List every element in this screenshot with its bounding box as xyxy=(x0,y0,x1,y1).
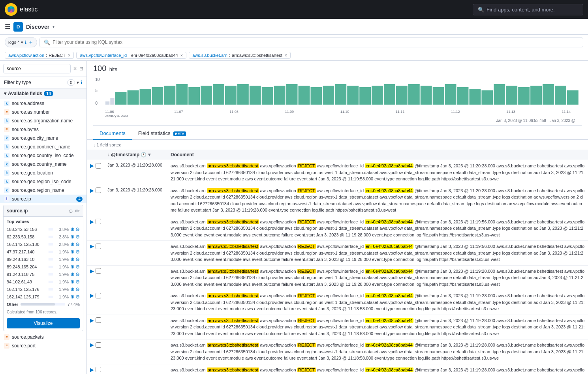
field-item-region-iso[interactable]: k source.geo.region_iso_code xyxy=(0,177,86,186)
exclude-icon[interactable]: ⊖ xyxy=(75,264,80,270)
field-name: source.bytes xyxy=(12,127,83,132)
filter-chip-interface[interactable]: aws.vpcflow.interface_id : eni-0e4f02a08… xyxy=(76,52,186,59)
row-checkbox[interactable] xyxy=(96,188,101,193)
field-item-continent[interactable]: k source.geo.continent_name xyxy=(0,142,86,151)
include-icon[interactable]: ⊕ xyxy=(70,256,75,262)
svg-rect-14 xyxy=(164,86,175,105)
index-pattern-selector[interactable]: logs-* ▾ ℹ ＋ xyxy=(5,37,37,47)
highlight-interface-id: eni-0e4f02a08ca8bab44 xyxy=(365,188,413,193)
include-icon[interactable]: ⊕ xyxy=(70,271,75,277)
expand-row-button[interactable]: ▶ xyxy=(90,292,94,298)
table-row: ▶ aws.s3.bucket.arn arn:aws:s3:::bshetti… xyxy=(87,339,588,364)
field-item-bytes[interactable]: # source.bytes xyxy=(0,125,86,134)
exclude-icon[interactable]: ⊖ xyxy=(75,226,80,232)
available-fields-count: 14 xyxy=(44,91,53,96)
chevron-down-icon[interactable]: ▾ xyxy=(77,80,79,85)
columns-icon[interactable]: ⊟ xyxy=(79,66,83,71)
row-checkbox[interactable] xyxy=(96,342,101,348)
info-icon: ℹ xyxy=(25,40,26,45)
highlight-interface-id: eni-0e4f02a08ca8bab44 xyxy=(365,368,413,372)
field-item-country-iso[interactable]: k source.geo.country_iso_code xyxy=(0,151,86,160)
field-item-country-name[interactable]: k source.geo.country_name xyxy=(0,160,86,169)
ip-address: 94.102.61.49 xyxy=(7,279,46,284)
include-icon[interactable]: ⊕ xyxy=(70,294,75,300)
kql-input[interactable] xyxy=(53,39,579,45)
expand-row-button[interactable]: ▶ xyxy=(90,268,94,274)
field-item-port[interactable]: # source.port xyxy=(0,341,86,350)
add-icon[interactable]: ＋ xyxy=(28,39,34,46)
row-checkbox[interactable] xyxy=(96,163,101,169)
include-icon[interactable]: ⊕ xyxy=(70,226,75,232)
row-checkbox[interactable] xyxy=(96,244,101,249)
global-search[interactable]: 🔍 Find apps, content, and more. xyxy=(473,4,583,15)
include-icon[interactable]: ⊕ xyxy=(70,286,75,292)
exclude-icon[interactable]: ⊖ xyxy=(75,286,80,292)
field-item-as-number[interactable]: # source.as.number + xyxy=(0,108,86,116)
field-item-region-name[interactable]: k source.geo.region_name xyxy=(0,186,86,195)
filter-chip-action[interactable]: aws.vpcflow.action : REJECT × xyxy=(5,52,74,59)
svg-rect-36 xyxy=(433,87,444,105)
ip-value-row: 162.142.125.176 1.9% ⊕ ⊖ xyxy=(4,285,83,293)
results-tabs: Documents Field statistics BETA xyxy=(87,127,588,140)
field-item-org-name[interactable]: k source.as.organization.name xyxy=(0,116,86,125)
hamburger-menu-icon[interactable]: ☰ xyxy=(5,23,10,30)
expand-row-button[interactable]: ▶ xyxy=(90,188,94,193)
exclude-icon[interactable]: ⊖ xyxy=(75,249,80,255)
field-item-location[interactable]: k source.geo.location xyxy=(0,169,86,177)
row-controls-cell: ▶ xyxy=(87,339,104,364)
row-checkbox[interactable] xyxy=(96,268,101,274)
exclude-icon[interactable]: ⊖ xyxy=(75,279,80,285)
include-icon[interactable]: ⊕ xyxy=(70,264,75,270)
edit-icon[interactable]: ✏ xyxy=(75,208,80,214)
chevron-icon[interactable]: ▾ xyxy=(4,91,6,96)
row-checkbox[interactable] xyxy=(96,219,101,224)
ip-bar-bg xyxy=(48,296,53,298)
chevron-down-icon[interactable]: ▾ xyxy=(53,24,54,29)
field-item-source-ip[interactable]: i source.ip 4 xyxy=(0,195,86,203)
exclude-icon[interactable]: ⊖ xyxy=(75,294,80,300)
expand-row-button[interactable]: ▶ xyxy=(90,163,94,169)
svg-rect-34 xyxy=(408,84,420,105)
expand-row-button[interactable]: ▶ xyxy=(90,342,94,348)
visualize-button[interactable]: Visualize xyxy=(7,318,80,328)
elastic-logo[interactable]: elastic xyxy=(5,3,38,16)
sidebar-search-input[interactable] xyxy=(3,64,71,73)
table-row: ▶ aws.s3.bucket.arn arn:aws:s3:::bshetti… xyxy=(87,290,588,315)
ip-bar-bg xyxy=(48,281,53,283)
expand-row-button[interactable]: ▶ xyxy=(90,367,94,373)
row-checkbox[interactable] xyxy=(96,293,101,298)
filter-chip-bucket[interactable]: aws.s3.bucket.arn : arn:aws:s3:::bshetti… xyxy=(189,52,291,59)
row-checkbox[interactable] xyxy=(96,367,101,372)
exclude-icon[interactable]: ⊖ xyxy=(75,271,80,277)
exclude-icon[interactable]: ⊖ xyxy=(75,234,80,240)
expand-row-button[interactable]: ▶ xyxy=(90,317,94,323)
tab-documents[interactable]: Documents xyxy=(93,127,132,140)
close-icon[interactable]: × xyxy=(68,53,70,58)
col-timestamp[interactable]: ↓ @timestamp 🕐 ▾ xyxy=(104,150,167,160)
include-icon[interactable]: ⊕ xyxy=(70,279,75,285)
svg-rect-40 xyxy=(481,90,493,105)
close-icon[interactable]: × xyxy=(285,53,287,58)
include-icon[interactable]: ⊕ xyxy=(70,234,75,240)
row-controls: ▶ xyxy=(90,367,101,373)
include-icon[interactable]: ⊕ xyxy=(70,249,75,255)
close-icon[interactable]: × xyxy=(180,53,183,58)
field-item-city[interactable]: k source.geo.city_name xyxy=(0,134,86,142)
kql-search-bar[interactable]: 🔍 xyxy=(39,38,583,47)
svg-rect-44 xyxy=(530,86,542,105)
include-icon[interactable]: ⊕ xyxy=(70,241,75,247)
exclude-icon[interactable]: ⊖ xyxy=(75,241,80,247)
expand-row-button[interactable]: ▶ xyxy=(90,243,94,249)
field-item-packets[interactable]: # source.packets xyxy=(0,333,86,341)
row-controls: ▶ xyxy=(90,188,101,193)
exclude-icon[interactable]: ⊖ xyxy=(75,256,80,262)
row-checkbox[interactable] xyxy=(96,317,101,323)
row-controls-cell: ▶ xyxy=(87,265,104,290)
tab-field-statistics[interactable]: Field statistics BETA xyxy=(132,127,192,140)
smiley-icon[interactable]: ☺ xyxy=(68,208,73,214)
clear-search-icon[interactable]: ✕ xyxy=(73,66,77,71)
field-item-address[interactable]: k source.address + xyxy=(0,99,86,108)
field-type-keyword-icon: k xyxy=(4,144,9,150)
expand-row-button[interactable]: ▶ xyxy=(90,219,94,225)
ip-row-actions: ⊕ ⊖ xyxy=(70,226,80,232)
